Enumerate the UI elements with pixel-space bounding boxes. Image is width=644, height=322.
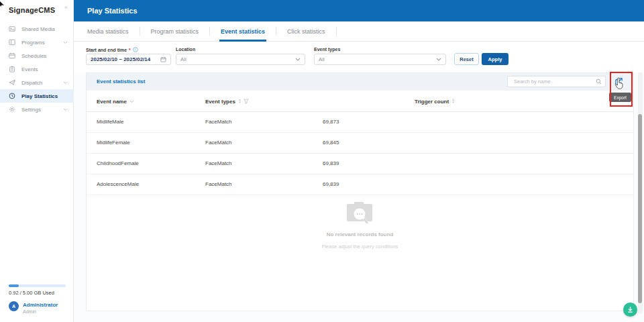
tab-bar: Media statisticsProgram statisticsEvent … (74, 21, 644, 42)
page-header: Play Statistics (74, 0, 644, 21)
cell-trigger-count: 69,839 (323, 174, 339, 195)
cell-trigger-count: 69,873 (323, 112, 339, 132)
cell-event-name: ChildhoodFemale (97, 154, 139, 174)
chevron-down-icon (295, 58, 301, 61)
location-label: Location (176, 47, 195, 52)
event-types-select[interactable]: All (314, 54, 446, 65)
download-icon (627, 306, 634, 313)
sidebar-collapse-icon[interactable]: « (64, 4, 68, 11)
tab-program-statistics[interactable]: Program statistics (140, 21, 210, 42)
sidebar-item-dispatch[interactable]: Dispatch (0, 76, 74, 89)
no-records-icon (345, 201, 376, 226)
cell-event-type: FaceMatch (205, 112, 232, 132)
filter-funnel-icon[interactable] (244, 99, 249, 104)
cell-event-type: FaceMatch (205, 154, 232, 174)
sidebar: SignageCMS « Shared MediaProgramsSchedul… (0, 0, 74, 322)
date-range-label: Start and end time* (86, 47, 138, 52)
cell-event-type: FaceMatch (205, 133, 232, 153)
panel-title-band: Event statistics list Export (87, 73, 633, 91)
tab-click-statistics[interactable]: Click statistics (276, 21, 336, 42)
sidebar-item-play-statistics[interactable]: Play Statistics (0, 89, 74, 103)
download-fab-button[interactable] (623, 303, 637, 317)
location-select[interactable]: All (176, 54, 305, 65)
export-button[interactable] (614, 76, 624, 87)
tab-divider (336, 27, 337, 36)
avatar[interactable]: A (9, 301, 19, 311)
cell-event-name: MidlifeMale (97, 112, 123, 132)
panel-title: Event statistics list (97, 73, 145, 91)
search-icon[interactable] (596, 78, 602, 85)
events-icon (9, 66, 16, 73)
cell-event-type: FaceMatch (205, 174, 232, 195)
empty-state: No relevant records found Please adjust … (87, 193, 633, 250)
shared-media-icon (9, 25, 16, 33)
empty-state-title: No relevant records found (87, 231, 633, 237)
chevron-down-icon (63, 41, 68, 44)
column-header-event-name[interactable]: Event name (97, 91, 134, 112)
table-body: MidlifeMaleFaceMatch69,873MidlifeFemaleF… (87, 112, 633, 195)
column-header-trigger-count[interactable]: Trigger count ▲▼ (415, 91, 455, 112)
export-tooltip: Export (609, 93, 631, 102)
cell-event-name: AdolescenceMale (97, 174, 139, 195)
date-range-input[interactable]: 2025/02/10 ~ 2025/02/14 (86, 54, 171, 65)
settings-icon (9, 106, 16, 113)
table-row[interactable]: ChildhoodFemaleFaceMatch69,839 (87, 154, 633, 174)
sidebar-item-programs[interactable]: Programs (0, 36, 74, 49)
sort-icon[interactable]: ▲▼ (451, 99, 455, 103)
user-role: Admin (23, 309, 36, 314)
calendar-icon (160, 56, 166, 62)
chevron-down-icon (436, 58, 441, 61)
chevron-down-icon (63, 108, 68, 111)
event-statistics-panel: Event statistics list Export Event name (86, 72, 634, 311)
sidebar-item-schedules[interactable]: Schedules (0, 49, 74, 62)
search-input[interactable] (513, 78, 596, 85)
cell-trigger-count: 69,839 (323, 154, 339, 174)
table-row[interactable]: MidlifeFemaleFaceMatch69,845 (87, 133, 633, 154)
required-asterisk: * (129, 48, 131, 52)
tab-media-statistics[interactable]: Media statistics (76, 21, 140, 42)
sidebar-item-shared-media[interactable]: Shared Media (0, 22, 74, 36)
schedules-icon (9, 52, 16, 60)
event-types-label: Event types (314, 47, 340, 52)
scrollbar-thumb[interactable] (638, 114, 642, 303)
sort-icon[interactable]: ▲▼ (238, 99, 241, 103)
storage-progressbar (9, 284, 66, 287)
programs-icon (9, 39, 16, 46)
app-window: SignageCMS « Shared MediaProgramsSchedul… (0, 0, 644, 322)
sidebar-item-settings[interactable]: Settings (0, 103, 74, 116)
export-icon (614, 77, 623, 86)
cell-event-name: MidlifeFemale (97, 133, 130, 153)
storage-usage-label: 0.92 / 5.00 GB Used (9, 290, 54, 296)
info-icon[interactable] (133, 47, 138, 52)
sort-desc-icon[interactable] (129, 100, 134, 103)
main-area: Play Statistics Media statisticsProgram … (74, 0, 644, 322)
dispatch-icon (9, 79, 16, 87)
user-name[interactable]: Administrator (23, 302, 58, 308)
cell-trigger-count: 69,845 (323, 133, 339, 153)
storage-progress-fill (9, 284, 19, 287)
table-header: Event name Event types ▲▼ Trigger count … (87, 91, 633, 112)
search-box (507, 76, 606, 87)
table-row[interactable]: MidlifeMaleFaceMatch69,873 (87, 112, 633, 133)
sidebar-menu: Shared MediaProgramsSchedulesEventsDispa… (0, 22, 74, 116)
app-logo: SignageCMS (9, 6, 55, 14)
sidebar-item-events[interactable]: Events (0, 62, 74, 76)
page-title: Play Statistics (87, 0, 138, 21)
chevron-down-icon (63, 81, 68, 85)
reset-button[interactable]: Reset (454, 53, 479, 65)
empty-state-subtitle: Please adjust the query conditions (87, 244, 633, 250)
play-statistics-icon (9, 93, 16, 100)
tab-event-statistics[interactable]: Event statistics (210, 21, 276, 42)
column-header-event-types[interactable]: Event types ▲▼ (205, 91, 249, 112)
filter-bar: Start and end time* 2025/02/10 ~ 2025/02… (74, 42, 644, 72)
apply-button[interactable]: Apply (482, 53, 508, 65)
